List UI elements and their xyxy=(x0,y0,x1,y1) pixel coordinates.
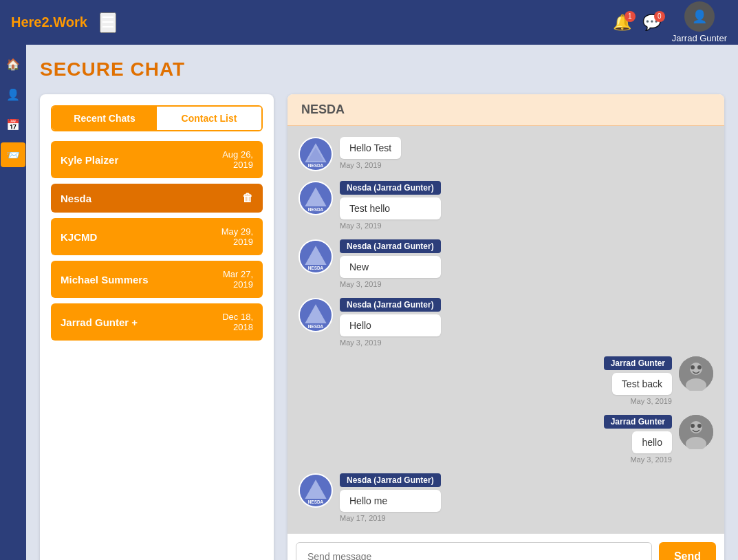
message-input[interactable] xyxy=(296,542,652,560)
sidebar: 🏠 👤 📅 📨 xyxy=(0,45,26,560)
message-row: NESDA Nesda (Jarrad Gunter) New May 3, 2… xyxy=(299,239,713,288)
message-time: May 3, 2019 xyxy=(340,338,441,347)
message-sender: Nesda (Jarrad Gunter) xyxy=(340,181,441,195)
hamburger-button[interactable]: ☰ xyxy=(100,12,116,33)
message-bubble: Hello xyxy=(340,314,441,336)
chat-name: Kyle Plaizer xyxy=(61,154,118,166)
notification-badge: 1 xyxy=(625,11,636,22)
svg-point-17 xyxy=(697,365,702,369)
chat-header: NESDA xyxy=(287,94,724,126)
message-content: Nesda (Jarrad Gunter) Hello May 3, 2019 xyxy=(340,298,441,347)
chat-date: Mar 27,2019 xyxy=(223,269,253,290)
chat-name: Michael Summers xyxy=(61,274,149,286)
svg-point-16 xyxy=(691,365,695,369)
message-bubble: Test back xyxy=(612,373,672,395)
message-row: NESDA Nesda (Jarrad Gunter) Hello me May… xyxy=(299,473,713,522)
chat-item-jarrad[interactable]: Jarrad Gunter + Dec 18,2018 xyxy=(51,303,263,341)
chat-item-kjcmd[interactable]: KJCMD May 29,2019 xyxy=(51,218,263,255)
tab-buttons: Recent Chats Contact List xyxy=(51,105,263,131)
svg-text:NESDA: NESDA xyxy=(308,207,324,212)
message-row: Jarrad Gunter Test back May 3, 2019 xyxy=(299,356,713,405)
top-nav: Here2.Work ☰ 🔔 1 💬 0 👤 Jarrad Gunter xyxy=(0,0,738,45)
message-bubble: hello xyxy=(632,431,672,453)
page-title: SECURE CHAT xyxy=(40,58,724,80)
message-content: Hello Test May 3, 2019 xyxy=(340,137,401,169)
chat-date: Dec 18,2018 xyxy=(222,312,253,332)
svg-text:NESDA: NESDA xyxy=(308,499,324,504)
nesda-avatar: NESDA xyxy=(299,473,333,508)
sidebar-calendar-icon[interactable]: 📅 xyxy=(1,112,25,137)
message-content: Nesda (Jarrad Gunter) Test hello May 3, … xyxy=(340,181,441,230)
tab-recent-chats[interactable]: Recent Chats xyxy=(52,107,157,130)
chat-name: KJCMD xyxy=(61,231,97,243)
message-content: Jarrad Gunter hello May 3, 2019 xyxy=(604,415,672,464)
message-time: May 17, 2019 xyxy=(340,514,441,522)
message-bubble: Test hello xyxy=(340,197,441,219)
user-avatar xyxy=(679,356,713,391)
chat-item-kyle[interactable]: Kyle Plaizer Aug 26,2019 xyxy=(51,141,263,178)
left-panel: Recent Chats Contact List Kyle Plaizer A… xyxy=(40,94,274,560)
send-button[interactable]: Send xyxy=(659,542,716,560)
chat-name: Jarrad Gunter + xyxy=(61,316,138,328)
message-time: May 3, 2019 xyxy=(630,455,672,464)
message-sender: Jarrad Gunter xyxy=(604,415,672,429)
svg-text:NESDA: NESDA xyxy=(308,163,324,168)
tab-contact-list[interactable]: Contact List xyxy=(157,107,261,130)
chat-name: Nesda xyxy=(61,193,91,204)
message-time: May 3, 2019 xyxy=(340,161,401,169)
chat-date: Aug 26,2019 xyxy=(222,149,253,170)
nav-right: 🔔 1 💬 0 👤 Jarrad Gunter xyxy=(613,1,727,43)
message-row: NESDA Nesda (Jarrad Gunter) Hello May 3,… xyxy=(299,298,713,347)
nesda-avatar: NESDA xyxy=(299,298,333,332)
right-panel: NESDA NESDA Hello xyxy=(287,94,724,560)
sidebar-inbox-icon[interactable]: 📨 xyxy=(1,142,25,167)
delete-icon[interactable]: 🗑 xyxy=(242,192,253,204)
message-bubble: Hello me xyxy=(340,490,441,512)
svg-point-21 xyxy=(691,424,695,428)
nesda-avatar: NESDA xyxy=(299,181,333,215)
message-bubble: Hello Test xyxy=(340,137,401,159)
chat-input-area: Send xyxy=(287,533,724,560)
message-time: May 3, 2019 xyxy=(340,280,441,288)
message-sender: Nesda (Jarrad Gunter) xyxy=(340,239,441,253)
svg-point-22 xyxy=(697,424,702,428)
notification-button[interactable]: 🔔 1 xyxy=(613,14,631,32)
messages-badge: 0 xyxy=(654,11,665,22)
user-avatar-nav[interactable]: 👤 xyxy=(684,1,715,32)
chat-date: May 29,2019 xyxy=(221,226,253,247)
messages-area[interactable]: NESDA Hello Test May 3, 2019 xyxy=(287,126,724,533)
brand-logo: Here2.Work xyxy=(11,14,87,30)
message-row: Jarrad Gunter hello May 3, 2019 xyxy=(299,415,713,464)
message-content: Jarrad Gunter Test back May 3, 2019 xyxy=(604,356,672,405)
message-sender: Jarrad Gunter xyxy=(604,356,672,370)
app-body: 🏠 👤 📅 📨 SECURE CHAT Recent Chats Contact… xyxy=(0,45,738,560)
chat-item-nesda[interactable]: Nesda 🗑 xyxy=(51,184,263,213)
message-row: NESDA Hello Test May 3, 2019 xyxy=(299,137,713,171)
chat-layout: Recent Chats Contact List Kyle Plaizer A… xyxy=(40,94,724,560)
svg-text:NESDA: NESDA xyxy=(308,324,324,329)
message-time: May 3, 2019 xyxy=(340,222,441,230)
svg-text:NESDA: NESDA xyxy=(308,266,324,270)
chat-item-michael[interactable]: Michael Summers Mar 27,2019 xyxy=(51,261,263,298)
nesda-avatar: NESDA xyxy=(299,137,333,171)
message-time: May 3, 2019 xyxy=(630,397,672,405)
message-content: Nesda (Jarrad Gunter) Hello me May 17, 2… xyxy=(340,473,441,522)
messages-button[interactable]: 💬 0 xyxy=(642,14,661,32)
message-bubble: New xyxy=(340,256,441,278)
message-sender: Nesda (Jarrad Gunter) xyxy=(340,473,441,487)
main-content: SECURE CHAT Recent Chats Contact List Ky… xyxy=(26,45,738,560)
message-row: NESDA Nesda (Jarrad Gunter) Test hello M… xyxy=(299,181,713,230)
nav-left: Here2.Work ☰ xyxy=(11,12,116,33)
message-sender: Nesda (Jarrad Gunter) xyxy=(340,298,441,312)
message-content: Nesda (Jarrad Gunter) New May 3, 2019 xyxy=(340,239,441,288)
user-name-nav: Jarrad Gunter xyxy=(672,33,727,43)
sidebar-home-icon[interactable]: 🏠 xyxy=(1,52,25,76)
sidebar-user-icon[interactable]: 👤 xyxy=(1,82,25,107)
nesda-avatar: NESDA xyxy=(299,239,333,274)
user-avatar xyxy=(679,415,713,449)
